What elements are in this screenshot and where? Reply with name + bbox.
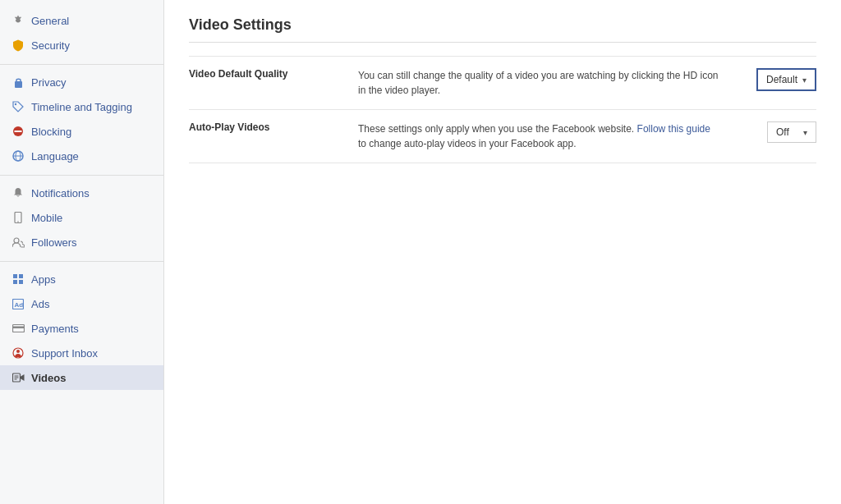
svg-rect-12 — [19, 274, 23, 278]
sidebar-item-timeline[interactable]: Timeline and Tagging — [0, 94, 163, 119]
dropdown-off-arrow-icon: ▾ — [803, 128, 807, 137]
sidebar-item-security-label: Security — [31, 39, 70, 52]
apps-icon — [11, 273, 25, 286]
ads-icon: Ad — [11, 297, 25, 310]
sidebar-item-general[interactable]: General — [0, 8, 163, 33]
main-content: Video Settings Video Default Quality You… — [164, 0, 841, 504]
sidebar-item-blocking-label: Blocking — [31, 126, 71, 138]
svg-point-2 — [15, 103, 16, 105]
video-quality-dropdown[interactable]: Default ▾ — [756, 68, 816, 91]
sidebar-item-notifications-label: Notifications — [31, 187, 90, 199]
block-icon — [11, 125, 25, 138]
sidebar-item-ads-label: Ads — [31, 298, 49, 310]
sidebar-section-general: General Security — [0, 8, 163, 57]
sidebar-item-videos-label: Videos — [31, 372, 66, 384]
sidebar-item-ads[interactable]: Ad Ads — [0, 291, 163, 316]
follow-guide-link[interactable]: Follow this guide — [637, 123, 710, 135]
sidebar-item-notifications[interactable]: Notifications — [0, 181, 163, 205]
video-quality-description: You can still change the quality of a vi… — [345, 57, 734, 110]
video-quality-label: Video Default Quality — [189, 57, 345, 110]
bell-icon — [11, 186, 25, 199]
svg-text:Ad: Ad — [15, 301, 24, 309]
sidebar-item-privacy[interactable]: Privacy — [0, 70, 163, 94]
tag-icon — [11, 100, 25, 113]
sidebar-item-followers-label: Followers — [31, 236, 77, 249]
lock-icon — [11, 76, 25, 89]
sidebar-item-support[interactable]: Support Inbox — [0, 341, 163, 365]
sidebar-item-apps[interactable]: Apps — [0, 267, 163, 291]
sidebar: General Security — [0, 0, 164, 504]
autoplay-desc-prefix: These settings only apply when you use t… — [358, 123, 634, 135]
sidebar-item-general-label: General — [31, 15, 69, 27]
svg-rect-18 — [12, 327, 24, 329]
sidebar-item-blocking[interactable]: Blocking — [0, 119, 163, 144]
sidebar-item-privacy-label: Privacy — [31, 76, 67, 89]
sidebar-item-language[interactable]: Language — [0, 144, 163, 168]
svg-rect-14 — [19, 280, 23, 284]
gear-icon — [11, 14, 25, 27]
svg-rect-4 — [15, 131, 22, 132]
video-icon — [11, 371, 25, 384]
sidebar-item-security[interactable]: Security — [0, 33, 163, 57]
sidebar-item-mobile[interactable]: Mobile — [0, 205, 163, 230]
sidebar-item-mobile-label: Mobile — [31, 212, 62, 224]
svg-point-20 — [16, 350, 20, 353]
settings-table: Video Default Quality You can still chan… — [189, 56, 816, 163]
svg-marker-22 — [20, 374, 24, 381]
dropdown-arrow-icon: ▾ — [802, 76, 807, 85]
sidebar-item-support-label: Support Inbox — [31, 347, 98, 360]
table-row: Video Default Quality You can still chan… — [189, 57, 816, 110]
support-icon — [11, 346, 25, 360]
svg-point-9 — [17, 221, 19, 222]
shield-icon — [11, 39, 25, 52]
video-quality-control: Default ▾ — [734, 57, 816, 110]
mobile-icon — [11, 211, 25, 224]
svg-rect-1 — [15, 81, 22, 88]
svg-rect-13 — [13, 280, 17, 284]
autoplay-control: Off ▾ — [734, 110, 816, 163]
autoplay-desc-suffix-text: to change auto-play videos in your Faceb… — [358, 138, 577, 149]
followers-icon — [11, 236, 25, 249]
autoplay-dropdown-label: Off — [776, 126, 789, 138]
sidebar-item-payments-label: Payments — [31, 323, 79, 335]
sidebar-item-payments[interactable]: Payments — [0, 316, 163, 341]
sidebar-item-followers[interactable]: Followers — [0, 230, 163, 254]
sidebar-item-timeline-label: Timeline and Tagging — [31, 101, 132, 113]
autoplay-description: These settings only apply when you use t… — [345, 110, 734, 163]
sidebar-section-notifications: Notifications Mobile — [0, 181, 163, 254]
globe-icon — [11, 149, 25, 163]
sidebar-section-apps: Apps Ad Ads Payments — [0, 267, 163, 390]
video-quality-dropdown-label: Default — [766, 74, 797, 85]
table-row: Auto-Play Videos These settings only app… — [189, 110, 816, 163]
svg-point-10 — [14, 238, 19, 243]
svg-rect-11 — [13, 274, 17, 278]
autoplay-dropdown[interactable]: Off ▾ — [767, 121, 816, 143]
sidebar-item-apps-label: Apps — [31, 273, 56, 286]
page-title: Video Settings — [189, 16, 816, 43]
sidebar-item-videos[interactable]: Videos — [0, 365, 163, 390]
autoplay-label: Auto-Play Videos — [189, 110, 345, 163]
sidebar-section-privacy: Privacy Timeline and Tagging — [0, 70, 163, 168]
payments-icon — [11, 322, 25, 335]
sidebar-item-language-label: Language — [31, 150, 79, 163]
